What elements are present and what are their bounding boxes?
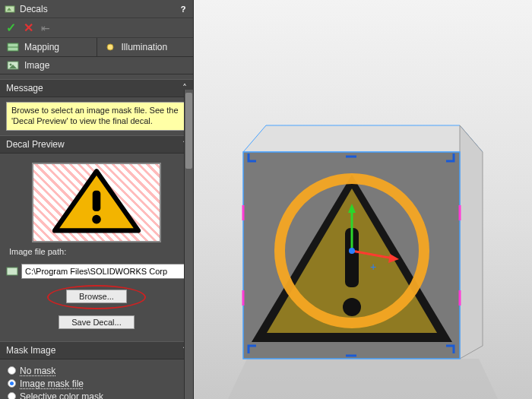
- svg-rect-9: [93, 190, 101, 211]
- svg-point-10: [92, 214, 101, 223]
- scrollbar-thumb[interactable]: [185, 93, 192, 169]
- pin-button[interactable]: ⇤: [41, 22, 50, 34]
- tab-strip: Mapping Illumination: [0, 38, 193, 57]
- svg-marker-12: [228, 359, 498, 399]
- svg-point-19: [343, 298, 361, 316]
- svg-marker-14: [460, 125, 483, 359]
- path-label: Image file path:: [9, 247, 66, 256]
- svg-marker-13: [243, 125, 483, 152]
- tab-label: Illumination: [122, 42, 168, 52]
- section-header-preview[interactable]: Decal Preview ˄: [0, 135, 193, 154]
- svg-rect-11: [7, 268, 17, 275]
- save-decal-button[interactable]: Save Decal...: [59, 315, 134, 329]
- illumination-icon: [103, 42, 117, 52]
- viewport-scene: +: [194, 0, 532, 399]
- section-header-message[interactable]: Message ˄: [0, 79, 193, 97]
- tab-image[interactable]: Image: [0, 57, 193, 74]
- radio-label: Image mask file: [20, 378, 84, 389]
- panel-action-row: ✓ ✕ ⇤: [0, 18, 193, 38]
- triad-plus-icon: +: [370, 261, 376, 273]
- svg-point-25: [349, 248, 355, 254]
- image-icon: [6, 60, 20, 71]
- image-icon: [6, 266, 18, 277]
- help-icon[interactable]: ?: [178, 4, 188, 14]
- ok-button[interactable]: ✓: [6, 21, 16, 35]
- radio-no-mask[interactable]: No mask: [8, 366, 185, 376]
- radio-selective-color[interactable]: Selective color mask: [8, 391, 185, 400]
- message-text: Browse to select an image mask file. See…: [6, 102, 187, 131]
- panel-titlebar: Decals ?: [0, 0, 193, 18]
- section-body-preview: Image file path: Browse... Save Decal...: [0, 154, 193, 341]
- tab-label: Image: [24, 60, 49, 71]
- mapping-icon: [6, 42, 20, 52]
- radio-label: Selective color mask: [20, 391, 103, 400]
- decal-preview-thumbnail: [32, 163, 161, 242]
- tab-mapping[interactable]: Mapping: [0, 38, 97, 56]
- section-title: Decal Preview: [6, 139, 65, 150]
- model-viewport[interactable]: +: [194, 0, 532, 399]
- panel-scrollbar[interactable]: [184, 90, 193, 399]
- section-title: Message: [6, 83, 43, 93]
- svg-point-6: [10, 64, 12, 66]
- decal-icon: [5, 4, 15, 14]
- tab-label: Mapping: [24, 42, 59, 52]
- svg-point-4: [107, 44, 113, 50]
- tab-illumination[interactable]: Illumination: [97, 38, 194, 56]
- section-title: Mask Image: [6, 345, 55, 356]
- browse-button[interactable]: Browse...: [66, 290, 127, 303]
- image-path-input[interactable]: [21, 264, 187, 279]
- section-body-mask: No mask Image mask file Selective color …: [0, 359, 193, 400]
- cancel-button[interactable]: ✕: [24, 21, 33, 35]
- panel-scroll-area: Message ˄ Browse to select an image mask…: [0, 74, 193, 399]
- panel-title: Decals: [20, 4, 48, 14]
- radio-label: No mask: [20, 366, 55, 376]
- section-header-mask[interactable]: Mask Image ˄: [0, 341, 193, 359]
- radio-image-mask-file[interactable]: Image mask file: [8, 378, 185, 389]
- section-body-message: Browse to select an image mask file. See…: [0, 97, 193, 135]
- property-panel: Decals ? ✓ ✕ ⇤ Mapping Illumination Imag…: [0, 0, 194, 399]
